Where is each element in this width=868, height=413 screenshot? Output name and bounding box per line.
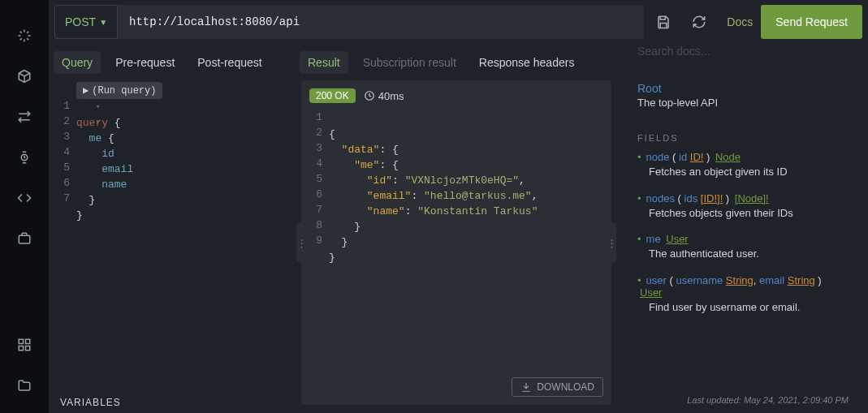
docs-field[interactable]: •me UserThe authenticated user. [637,233,849,261]
chevron-down-icon: ▼ [99,18,107,27]
briefcase-icon[interactable] [11,226,37,252]
dashboard-icon[interactable] [11,332,37,358]
timing-value: 40ms [378,90,404,102]
download-button[interactable]: DOWNLOAD [512,377,603,397]
svg-rect-1 [19,235,30,243]
result-panel: 200 OK 40ms 123456789 { "data": { "me": … [301,80,611,405]
result-editor[interactable]: 123456789 { "data": { "me": { "id": "VXN… [301,111,611,405]
query-line-gutter: 1234567 [49,80,73,208]
drag-handle-right[interactable]: ⋮ [607,223,616,262]
topbar: POST ▼ Docs Send Request [49,0,868,45]
http-method-selector[interactable]: POST ▼ [54,5,118,39]
send-request-button[interactable]: Send Request [761,5,862,39]
docs-fields-label: FIELDS [637,133,849,143]
docs-panel: Root The top-level API FIELDS •node ( id… [618,45,868,413]
query-code: ▾query { ▾ me { id email name } } [76,80,295,239]
status-badge: 200 OK [309,88,356,103]
refresh-icon[interactable] [683,6,715,38]
tab-pre-request[interactable]: Pre-request [107,51,183,74]
svg-rect-5 [26,346,30,351]
request-tabs: Query Pre-request Post-request [49,45,295,80]
svg-rect-3 [26,339,30,343]
docs-root-link[interactable]: Root [637,82,662,95]
url-input[interactable] [118,5,644,39]
spinner-icon[interactable] [11,23,37,49]
sidebar [0,0,49,413]
docs-fields-list: •node ( id ID! ) NodeFetches an object g… [637,151,849,327]
query-editor[interactable]: ▶ (Run query) 1234567 ▾query { ▾ me { id… [49,80,295,390]
method-label: POST [65,15,96,28]
docs-field[interactable]: •node ( id ID! ) NodeFetches an object g… [637,151,849,179]
download-icon [520,381,532,393]
save-icon[interactable] [647,6,680,38]
tab-result[interactable]: Result [300,51,348,74]
docs-search-input[interactable] [637,45,849,58]
svg-rect-4 [19,346,23,351]
watch-icon[interactable] [11,144,37,170]
swap-icon[interactable] [11,104,37,130]
tab-response-headers[interactable]: Response headers [471,51,583,74]
folder-icon[interactable] [11,372,37,398]
drag-handle-left[interactable]: ⋮ [296,223,306,262]
svg-rect-2 [19,339,23,343]
cube-icon[interactable] [11,63,37,89]
docs-field[interactable]: •user ( username String, email String ) … [637,274,849,315]
tab-subscription-result[interactable]: Subscription result [355,51,464,74]
variables-header[interactable]: VARIABLES [49,390,295,413]
timing: 40ms [364,90,404,102]
docs-root-desc: The top-level API [637,97,849,109]
download-label: DOWNLOAD [537,381,594,393]
response-tabs: Result Subscription result Response head… [295,45,618,80]
code-icon[interactable] [11,185,37,211]
docs-last-updated: Last updated: May 24, 2021, 2:09:40 PM [637,387,849,413]
clock-icon [364,90,375,101]
result-code: { "data": { "me": { "id": "VXNlcjozMTk0e… [329,111,611,281]
docs-link[interactable]: Docs [727,15,753,28]
tab-post-request[interactable]: Post-request [189,51,270,74]
docs-field[interactable]: •nodes ( ids [ID!]! ) [Node]!Fetches obj… [637,192,849,221]
tab-query[interactable]: Query [54,51,101,74]
